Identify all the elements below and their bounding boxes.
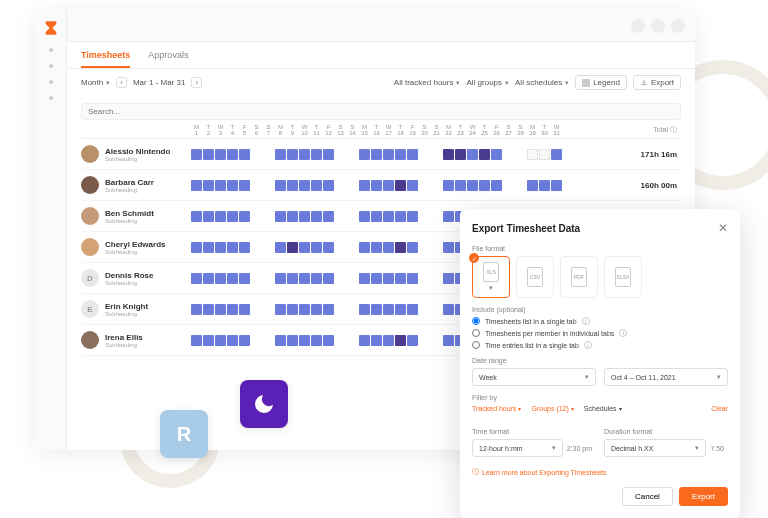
export-submit-button[interactable]: Export	[679, 487, 728, 506]
day-cell[interactable]	[191, 304, 202, 315]
day-cell[interactable]	[323, 211, 334, 222]
day-cell[interactable]	[311, 335, 322, 346]
day-cell[interactable]	[311, 242, 322, 253]
day-cell[interactable]	[383, 211, 394, 222]
day-cell[interactable]	[311, 211, 322, 222]
day-cell[interactable]	[479, 180, 490, 191]
tab-approvals[interactable]: Approvals	[148, 50, 188, 68]
day-cell[interactable]	[407, 242, 418, 253]
day-cell[interactable]	[359, 273, 370, 284]
day-cell[interactable]	[347, 304, 358, 315]
day-cell[interactable]	[335, 273, 346, 284]
filter-groups[interactable]: All groups	[466, 78, 509, 87]
day-cell[interactable]	[323, 304, 334, 315]
day-cell[interactable]	[551, 180, 562, 191]
learn-more-link[interactable]: ⓘ Learn more about Exporting Timesheets	[472, 467, 607, 477]
day-cell[interactable]	[335, 304, 346, 315]
filter-hours[interactable]: All tracked hours	[394, 78, 461, 87]
opt-entries[interactable]: Time entries list in a single tabi	[472, 341, 728, 349]
day-cell[interactable]	[443, 242, 454, 253]
day-cell[interactable]	[431, 304, 442, 315]
day-cell[interactable]	[419, 304, 430, 315]
day-cell[interactable]	[275, 211, 286, 222]
next-period[interactable]: ›	[191, 77, 202, 88]
day-cell[interactable]	[383, 304, 394, 315]
day-cell[interactable]	[359, 180, 370, 191]
day-cell[interactable]	[239, 273, 250, 284]
day-cell[interactable]	[347, 211, 358, 222]
day-cell[interactable]	[227, 242, 238, 253]
day-cell[interactable]	[371, 273, 382, 284]
day-cell[interactable]	[251, 273, 262, 284]
day-cell[interactable]	[251, 149, 262, 160]
day-cell[interactable]	[251, 211, 262, 222]
day-cell[interactable]	[431, 335, 442, 346]
day-cell[interactable]	[431, 273, 442, 284]
day-cell[interactable]	[359, 149, 370, 160]
day-cell[interactable]	[467, 149, 478, 160]
day-cell[interactable]	[395, 211, 406, 222]
day-cell[interactable]	[443, 304, 454, 315]
day-cell[interactable]	[275, 149, 286, 160]
day-cell[interactable]	[287, 211, 298, 222]
day-cell[interactable]	[383, 149, 394, 160]
day-cell[interactable]	[419, 149, 430, 160]
tab-timesheets[interactable]: Timesheets	[81, 50, 130, 68]
day-cell[interactable]	[299, 149, 310, 160]
day-cell[interactable]	[215, 304, 226, 315]
day-cell[interactable]	[251, 180, 262, 191]
day-cell[interactable]	[299, 180, 310, 191]
day-cell[interactable]	[323, 180, 334, 191]
day-cell[interactable]	[215, 180, 226, 191]
day-cell[interactable]	[443, 149, 454, 160]
day-cell[interactable]	[515, 149, 526, 160]
day-cell[interactable]	[407, 149, 418, 160]
day-cell[interactable]	[311, 149, 322, 160]
day-cell[interactable]	[455, 149, 466, 160]
day-cell[interactable]	[263, 211, 274, 222]
day-cell[interactable]	[239, 335, 250, 346]
date-value-select[interactable]: Oct 4 – Oct 11, 2021	[604, 368, 728, 386]
day-cell[interactable]	[275, 242, 286, 253]
day-cell[interactable]	[407, 304, 418, 315]
day-cell[interactable]	[551, 149, 562, 160]
day-cell[interactable]	[359, 242, 370, 253]
day-cell[interactable]	[443, 180, 454, 191]
filter-tracked-hours[interactable]: Tracked hours	[472, 405, 521, 412]
filter-schedules[interactable]: Schedules	[584, 405, 622, 412]
day-cell[interactable]	[455, 180, 466, 191]
day-cell[interactable]	[503, 180, 514, 191]
day-cell[interactable]	[395, 273, 406, 284]
day-cell[interactable]	[263, 304, 274, 315]
day-cell[interactable]	[287, 335, 298, 346]
day-cell[interactable]	[419, 273, 430, 284]
day-cell[interactable]	[359, 335, 370, 346]
day-cell[interactable]	[347, 335, 358, 346]
day-cell[interactable]	[323, 335, 334, 346]
day-cell[interactable]	[203, 180, 214, 191]
day-cell[interactable]	[299, 335, 310, 346]
format-csv[interactable]: CSV	[516, 256, 554, 298]
day-cell[interactable]	[443, 211, 454, 222]
day-cell[interactable]	[239, 180, 250, 191]
date-range-label[interactable]: Mar 1 - Mar 31	[133, 78, 185, 87]
day-cell[interactable]	[383, 335, 394, 346]
day-cell[interactable]	[191, 273, 202, 284]
day-cell[interactable]	[491, 149, 502, 160]
day-cell[interactable]	[527, 149, 538, 160]
day-cell[interactable]	[251, 242, 262, 253]
day-cell[interactable]	[395, 335, 406, 346]
day-cell[interactable]	[479, 149, 490, 160]
day-cell[interactable]	[347, 242, 358, 253]
day-cell[interactable]	[215, 335, 226, 346]
day-cell[interactable]	[215, 273, 226, 284]
day-cell[interactable]	[215, 211, 226, 222]
day-cell[interactable]	[371, 335, 382, 346]
day-cell[interactable]	[443, 273, 454, 284]
filter-groups[interactable]: Groups (12)	[531, 405, 573, 412]
day-cell[interactable]	[239, 149, 250, 160]
day-cell[interactable]	[407, 211, 418, 222]
day-cell[interactable]	[371, 211, 382, 222]
day-cell[interactable]	[227, 273, 238, 284]
search-input[interactable]	[81, 103, 681, 120]
